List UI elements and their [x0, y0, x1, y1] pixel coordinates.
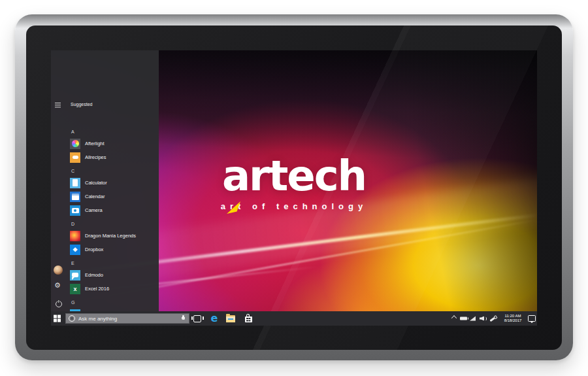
screen-bezel: artech art of technology Suggested AAfte… — [26, 26, 562, 350]
app-label: Afterlight — [85, 141, 105, 146]
user-avatar[interactable] — [54, 265, 63, 275]
volume-icon[interactable] — [480, 316, 487, 322]
hamburger-icon[interactable] — [55, 103, 61, 103]
usb-icon[interactable] — [488, 313, 498, 323]
app-item-calendar[interactable]: Calendar — [70, 190, 155, 203]
screen: artech art of technology Suggested AAfte… — [51, 50, 537, 326]
app-label: Allrecipes — [85, 154, 106, 160]
camera-icon — [70, 205, 80, 216]
allrecipes-icon — [70, 152, 80, 163]
app-item-calculator[interactable]: Calculator — [70, 176, 155, 190]
power-icon[interactable] — [56, 301, 62, 307]
action-center-icon[interactable] — [528, 315, 536, 322]
app-item-camera[interactable]: Camera — [70, 203, 155, 217]
tray-clock[interactable]: 11:20 AM 8/18/2017 — [500, 314, 525, 323]
chevron-up-icon[interactable] — [451, 315, 457, 320]
app-item-afterlight[interactable]: Afterlight — [70, 137, 155, 150]
store-button[interactable] — [241, 311, 255, 326]
start-menu-app-list: AAfterlightAllrecipesCCalculatorCalendar… — [70, 125, 155, 311]
tablet-device-frame: artech art of technology Suggested AAfte… — [15, 14, 573, 360]
windows-logo-icon — [54, 315, 57, 318]
file-explorer-icon — [226, 315, 235, 322]
app-label: Dropbox — [85, 247, 103, 252]
taskbar-search[interactable] — [65, 313, 189, 324]
afterlight-icon — [70, 139, 80, 149]
suggested-header: Suggested — [71, 102, 92, 107]
edmodo-icon — [70, 270, 80, 281]
search-input[interactable] — [75, 316, 181, 322]
settings-gear-icon[interactable]: ⚙ — [54, 282, 61, 289]
calendar-icon — [70, 192, 80, 202]
tray-date: 8/18/2017 — [500, 318, 525, 323]
store-icon — [245, 316, 252, 322]
calculator-icon — [70, 178, 80, 188]
task-view-button[interactable] — [190, 311, 204, 326]
file-explorer-button[interactable] — [223, 311, 238, 326]
edge-button[interactable]: e — [207, 311, 221, 326]
app-label: Dragon Mania Legends — [85, 233, 136, 239]
start-menu-panel: Suggested AAfterlightAllrecipesCCalculat… — [51, 50, 159, 311]
app-item-dragon-mania-legends[interactable]: Dragon Mania Legends — [70, 229, 155, 243]
app-section-letter-e[interactable]: E — [71, 260, 155, 267]
app-section-letter-a[interactable]: A — [71, 129, 155, 135]
cortana-ring-icon — [69, 315, 75, 322]
dropbox-icon: ❖ — [70, 245, 80, 255]
microphone-icon[interactable] — [181, 315, 186, 322]
dragon-mania-legends-icon — [70, 231, 80, 241]
app-label: Excel 2016 — [85, 286, 109, 292]
app-item-excel-2016[interactable]: xExcel 2016 — [70, 282, 155, 296]
excel-icon: x — [70, 284, 80, 294]
app-section-letter-g[interactable]: G — [71, 299, 155, 306]
app-label: Camera — [85, 207, 103, 213]
tray-time: 11:20 AM — [500, 314, 525, 318]
app-item-edmodo[interactable]: Edmodo — [70, 268, 155, 282]
app-label: Calendar — [85, 194, 105, 199]
wifi-icon[interactable] — [470, 316, 476, 321]
app-label: Calculator — [85, 180, 107, 186]
battery-icon[interactable] — [460, 317, 467, 320]
edge-icon: e — [211, 313, 218, 324]
app-item-allrecipes[interactable]: Allrecipes — [70, 150, 155, 164]
app-section-letter-d[interactable]: D — [71, 221, 155, 228]
app-item-dropbox[interactable]: ❖Dropbox — [70, 243, 155, 256]
taskbar: e 11 — [51, 311, 537, 326]
start-button[interactable] — [54, 315, 61, 322]
app-label: Edmodo — [85, 272, 103, 278]
app-section-letter-c[interactable]: C — [71, 168, 155, 175]
task-view-icon — [193, 315, 201, 322]
